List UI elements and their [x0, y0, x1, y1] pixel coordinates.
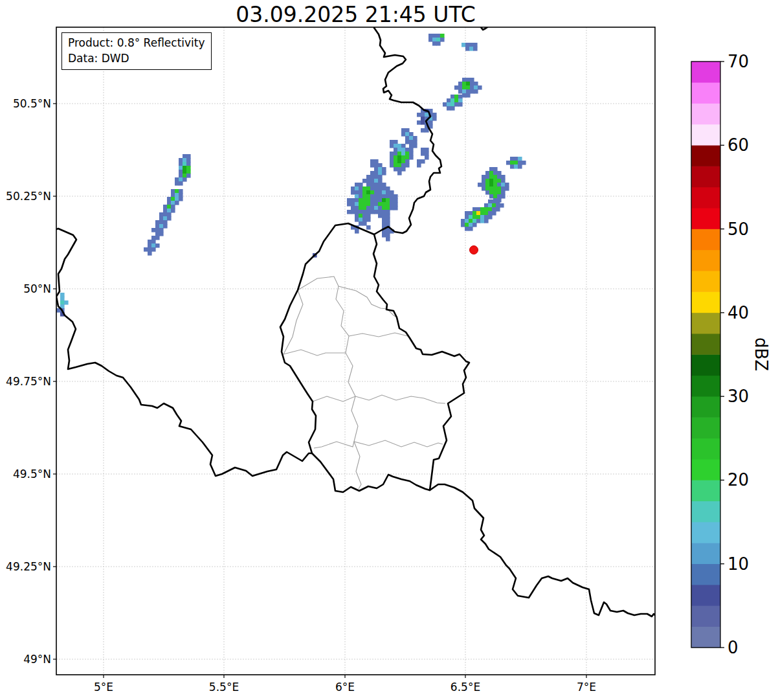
radar-echo-cell — [501, 190, 506, 195]
radar-echo-cell — [484, 215, 489, 220]
radar-echo-cell — [186, 158, 191, 163]
radar-echo-cell — [167, 212, 172, 217]
product-line: Product: 0.8° Reflectivity — [68, 35, 205, 51]
radar-echo-cell — [359, 183, 363, 187]
radar-echo-cell — [359, 198, 363, 203]
radar-echo-cell — [60, 300, 65, 305]
radar-echo-cell — [366, 218, 371, 222]
radar-echo-cell — [497, 183, 502, 187]
radar-echo-cell — [417, 159, 421, 164]
radar-echo-cell — [382, 233, 386, 238]
radar-echo-cell — [432, 117, 437, 121]
radar-echo-cell — [436, 38, 441, 42]
radar-echo-cell — [469, 211, 473, 216]
colorbar-segment — [691, 271, 720, 292]
radar-echo-cell — [374, 175, 379, 179]
radar-echo-cell — [397, 144, 402, 148]
lat-tick-label: 49.75°N — [0, 374, 51, 389]
radar-echo-cell — [482, 179, 486, 183]
radar-echo-cell — [506, 161, 511, 165]
radar-echo-cell — [347, 210, 351, 214]
radar-echo-cell — [374, 183, 379, 187]
radar-echo-cell — [514, 157, 518, 161]
radar-echo-cell — [409, 140, 414, 144]
radar-echo-cell — [382, 202, 386, 207]
map-frame — [56, 27, 655, 675]
radar-echo-cell — [405, 128, 410, 133]
radar-echo-cell — [518, 164, 522, 169]
radar-echo-cell — [492, 207, 496, 212]
colorbar-segment — [691, 417, 720, 438]
radar-echo-cell — [432, 113, 437, 117]
radar-echo-cell — [386, 214, 390, 218]
radar-echo-cell — [167, 216, 172, 221]
lat-tick-label: 50°N — [0, 281, 51, 297]
radar-echo-cell — [366, 198, 371, 203]
radar-echo-cell — [484, 219, 489, 223]
radar-echo-cell — [496, 207, 500, 212]
radar-echo-cell — [159, 216, 164, 221]
radar-echo-cell — [374, 179, 379, 183]
colorbar-segment — [691, 543, 720, 564]
radar-echo-cell — [175, 189, 179, 194]
radar-echo-cell — [366, 179, 371, 183]
radar-echo-cell — [394, 140, 398, 144]
radar-echo-cell — [163, 216, 168, 221]
radar-echo-cell — [366, 194, 371, 199]
radar-echo-cell — [501, 183, 506, 187]
radar-echo-cell — [522, 161, 526, 165]
radar-echo-cell — [497, 190, 502, 195]
radar-echo-cell — [171, 193, 175, 198]
radar-echo-cell — [485, 186, 490, 191]
radar-echo-cell — [351, 210, 355, 214]
radar-echo-cell — [366, 190, 371, 195]
radar-echo-cell — [366, 202, 371, 207]
radar-echo-cell — [186, 174, 191, 178]
radar-echo-cell — [378, 214, 383, 218]
radar-echo-cell — [469, 215, 473, 220]
radar-echo-cell — [465, 227, 469, 231]
radar-echo-cell — [163, 220, 168, 225]
radar-echo-cell — [397, 159, 402, 164]
radar-echo-cell — [347, 202, 351, 207]
radar-echo-cell — [401, 167, 406, 172]
radar-echo-cell — [159, 228, 164, 232]
radar-echo-cell — [440, 34, 445, 38]
radar-echo-cell — [163, 224, 168, 229]
radar-echo-cell — [362, 218, 367, 222]
radar-echo-cell — [378, 163, 383, 168]
data-source-line: Data: DWD — [68, 51, 205, 66]
radar-echo-cell — [458, 98, 463, 103]
radar-echo-cluster — [347, 109, 437, 242]
radar-echo-cell — [359, 190, 363, 195]
radar-echo-cell — [378, 179, 383, 183]
radar-echo-cell — [374, 210, 379, 214]
radar-echo-cell — [401, 163, 406, 168]
radar-echo-cluster — [428, 34, 445, 46]
radar-echo-cell — [476, 215, 481, 220]
colorbar-segment — [691, 585, 720, 606]
lon-tick-label: 5°E — [74, 679, 133, 695]
lat-tick-label: 49.5°N — [0, 466, 51, 482]
radar-echo-cell — [359, 218, 363, 222]
radar-echo-cell — [378, 186, 383, 191]
radar-echo-cell — [462, 78, 467, 82]
admin-border — [349, 333, 410, 338]
radar-echo-cell — [514, 161, 518, 165]
radar-echo-cell — [440, 38, 445, 42]
radar-echo-cell — [394, 202, 398, 207]
radar-echo-cell — [374, 159, 379, 164]
radar-echo-cell — [355, 202, 359, 207]
radar-echo-cell — [60, 293, 65, 297]
colorbar-segment — [691, 563, 720, 585]
radar-echo-cell — [179, 170, 183, 174]
colorbar-segment — [691, 480, 720, 501]
radar-echo-cell — [405, 155, 410, 160]
radar-echo-cell — [405, 163, 410, 168]
radar-echo-cell — [148, 243, 152, 248]
radar-echo-cell — [386, 221, 390, 226]
radar-echo-cell — [421, 117, 425, 121]
radar-echo-cell — [390, 144, 394, 148]
radar-echo-cell — [159, 224, 164, 229]
colorbar-segment — [691, 208, 720, 229]
